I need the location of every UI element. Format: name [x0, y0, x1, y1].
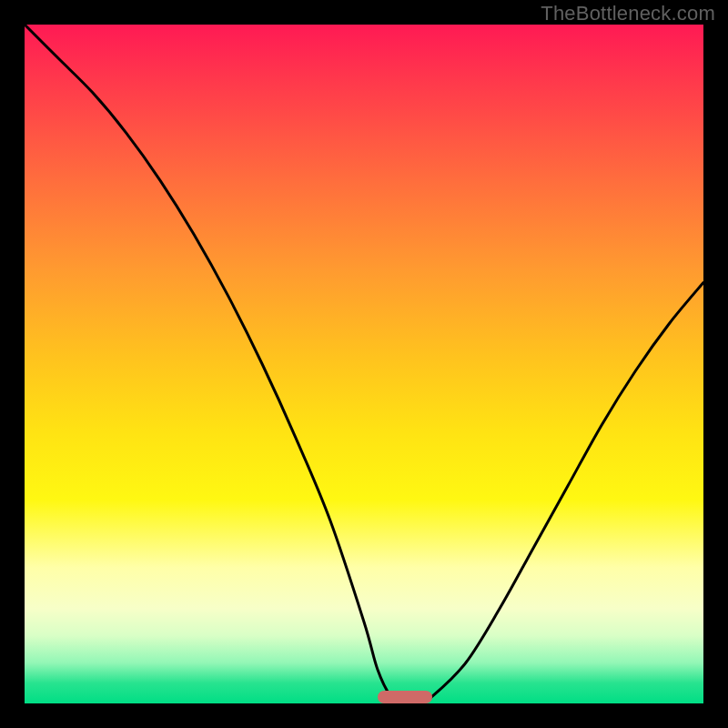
- watermark-text: TheBottleneck.com: [541, 2, 715, 25]
- bottleneck-curve: [25, 25, 703, 703]
- plot-area: [25, 25, 703, 703]
- chart-frame: TheBottleneck.com: [0, 0, 728, 728]
- optimum-marker: [378, 691, 432, 703]
